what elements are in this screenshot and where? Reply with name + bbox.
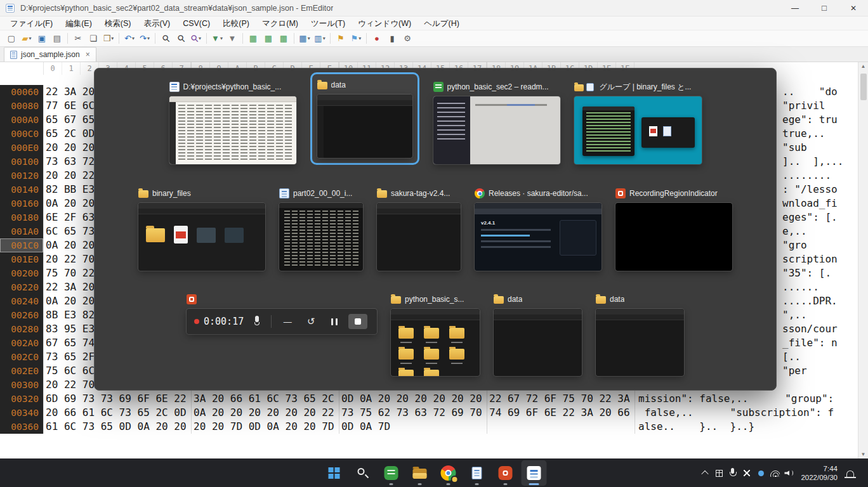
window-thumbnail[interactable] bbox=[138, 203, 265, 271]
task-switcher-item[interactable]: binary_files bbox=[138, 186, 265, 271]
play-macro-icon[interactable]: ▮ bbox=[385, 32, 399, 46]
menu-item[interactable]: ファイル(F) bbox=[4, 16, 59, 30]
volume-icon[interactable] bbox=[782, 463, 796, 483]
taskbar-clock[interactable]: 7:44 2022/09/30 bbox=[801, 464, 838, 482]
hex-bytes[interactable]: 3A 20 66 61 6C 73 65 2C bbox=[191, 392, 339, 406]
task-switcher-item[interactable]: data bbox=[494, 292, 582, 376]
vertical-scrollbar[interactable] bbox=[858, 62, 868, 458]
menu-item[interactable]: ウィンドウ(W) bbox=[352, 16, 418, 30]
task-switcher-item[interactable]: python_basic_sec2 – readm... bbox=[433, 80, 560, 164]
window-thumbnail[interactable] bbox=[377, 203, 461, 271]
menu-item[interactable]: ヘルプ(H) bbox=[418, 16, 466, 30]
hex-text-column[interactable]: false,.. "subscription": f bbox=[635, 406, 868, 420]
task-switcher-item[interactable]: 0:00:17 bbox=[187, 292, 377, 334]
task-switcher-item[interactable]: python_basic_s... bbox=[391, 292, 480, 376]
undo-icon[interactable]: ↶ bbox=[122, 32, 136, 46]
window-thumbnail[interactable] bbox=[391, 309, 480, 376]
task-switcher-item[interactable]: data bbox=[310, 72, 419, 165]
hex-bytes[interactable]: 6D 69 73 73 69 6F 6E 22 bbox=[43, 392, 191, 406]
heading-icon[interactable]: ▥ bbox=[313, 32, 327, 46]
redo-icon[interactable]: ↷ bbox=[138, 32, 152, 46]
mic-icon[interactable] bbox=[726, 463, 740, 483]
task-switcher-item[interactable]: data bbox=[596, 292, 684, 376]
minimize-recording-button[interactable] bbox=[278, 314, 297, 329]
status-dot-icon[interactable] bbox=[754, 463, 768, 483]
advanced-filter-icon[interactable]: ▼ bbox=[225, 32, 239, 46]
menu-item[interactable]: CSV(C) bbox=[176, 16, 216, 30]
mic-icon[interactable] bbox=[249, 315, 265, 328]
window-thumbnail[interactable] bbox=[317, 94, 412, 158]
grid-icon[interactable] bbox=[712, 463, 726, 483]
tab-json-sample[interactable]: json_sample.json × bbox=[4, 47, 96, 62]
paste-icon[interactable]: ❒ bbox=[102, 32, 115, 46]
hex-bytes[interactable]: 0D 0A 20 20 20 20 20 20 bbox=[339, 392, 487, 406]
cell-mode-icon[interactable]: ▦ bbox=[298, 32, 312, 46]
hex-text-column[interactable]: mission": false,.. "group": bbox=[635, 392, 868, 406]
scrollbar-thumb[interactable] bbox=[860, 74, 867, 100]
replace-icon[interactable]: ⚲ bbox=[189, 32, 203, 46]
menu-item[interactable]: 比較(P) bbox=[216, 16, 256, 30]
menu-item[interactable]: マクロ(M) bbox=[256, 16, 305, 30]
window-thumbnail[interactable]: 0:00:17 bbox=[187, 309, 377, 334]
menu-item[interactable]: ツール(T) bbox=[305, 16, 352, 30]
copy-icon[interactable]: ❏ bbox=[86, 32, 100, 46]
recorder-button[interactable] bbox=[493, 460, 518, 486]
window-thumbnail[interactable] bbox=[615, 203, 732, 271]
new-file-icon[interactable]: ▢ bbox=[4, 32, 18, 46]
hex-bytes[interactable]: 0D 0A 7D bbox=[339, 420, 487, 434]
find-in-files-icon[interactable]: ⚲ bbox=[174, 32, 188, 46]
window-thumbnail[interactable] bbox=[279, 203, 363, 271]
task-switcher-item[interactable]: D:¥projects¥python_basic_... bbox=[169, 80, 296, 164]
task-switcher-item[interactable]: Releases · sakura-editor/sa...v2.4.1 bbox=[475, 186, 602, 271]
filter-icon[interactable]: ▼ bbox=[210, 32, 224, 46]
start-button[interactable] bbox=[322, 460, 347, 486]
cut-icon[interactable]: ✂ bbox=[71, 32, 85, 46]
csv-comma-icon[interactable]: ▦ bbox=[261, 32, 275, 46]
menu-item[interactable]: 編集(E) bbox=[59, 16, 98, 30]
task-switcher-item[interactable]: part02_00_00_i... bbox=[279, 186, 363, 271]
menu-item[interactable]: 表示(V) bbox=[137, 16, 176, 30]
marker-yellow-icon[interactable]: ⚑ bbox=[334, 32, 348, 46]
csv-standard-icon[interactable]: ▦ bbox=[246, 32, 260, 46]
pause-recording-button[interactable] bbox=[325, 314, 344, 329]
task-switcher-item[interactable]: sakura-tag-v2.4... bbox=[377, 186, 461, 271]
document-app-button[interactable] bbox=[464, 460, 490, 486]
print-icon[interactable]: ▤ bbox=[50, 32, 64, 46]
notification-bell-icon[interactable] bbox=[843, 463, 858, 483]
chevron-up-icon[interactable] bbox=[698, 463, 712, 483]
find-icon[interactable]: ⚲ bbox=[159, 32, 173, 46]
hex-bytes[interactable]: 20 20 7D 0D 0A 20 20 7D bbox=[191, 420, 339, 434]
explorer-button[interactable] bbox=[407, 460, 433, 486]
hex-bytes[interactable] bbox=[487, 420, 635, 434]
wifi-icon[interactable] bbox=[768, 463, 782, 483]
csv-tab-icon[interactable]: ▦ bbox=[277, 32, 291, 46]
window-thumbnail[interactable] bbox=[433, 96, 560, 164]
window-thumbnail[interactable] bbox=[596, 309, 684, 376]
task-switcher-item[interactable]: RecordingRegionIndicator bbox=[615, 186, 732, 271]
hex-bytes[interactable]: 20 66 61 6C 73 65 2C 0D bbox=[43, 406, 191, 420]
stop-recording-button[interactable] bbox=[348, 314, 367, 329]
save-icon[interactable]: ▣ bbox=[35, 32, 49, 46]
hex-bytes[interactable]: 22 67 72 6F 75 70 22 3A bbox=[487, 392, 635, 406]
record-macro-icon[interactable]: ● bbox=[370, 32, 384, 46]
search-button[interactable] bbox=[350, 460, 376, 486]
open-file-icon[interactable]: ▰ bbox=[20, 32, 34, 46]
hex-bytes[interactable]: 73 75 62 73 63 72 69 70 bbox=[339, 406, 487, 420]
menu-item[interactable]: 検索(S) bbox=[98, 16, 138, 30]
hex-bytes[interactable]: 61 6C 73 65 0D 0A 20 20 bbox=[43, 420, 191, 434]
macro-tools-icon[interactable]: ⚙ bbox=[400, 32, 414, 46]
window-thumbnail[interactable]: v2.4.1 bbox=[475, 203, 602, 271]
chrome-button[interactable] bbox=[436, 460, 461, 486]
window-thumbnail[interactable] bbox=[169, 96, 296, 164]
green-editor-button[interactable] bbox=[379, 460, 404, 486]
restart-recording-button[interactable] bbox=[301, 314, 320, 329]
window-thumbnail[interactable] bbox=[494, 309, 582, 376]
marker-blue-icon[interactable]: ⚑ bbox=[349, 32, 363, 46]
emeditor-button[interactable] bbox=[522, 460, 547, 486]
task-switcher-item[interactable]: グループ | binary_files と... bbox=[574, 80, 702, 164]
hex-text-column[interactable]: alse.. }.. }..} bbox=[635, 420, 868, 434]
hex-bytes[interactable]: 0A 20 20 20 20 20 20 22 bbox=[191, 406, 339, 420]
close-icon[interactable] bbox=[740, 463, 754, 483]
hex-bytes[interactable]: 74 69 6F 6E 22 3A 20 66 bbox=[487, 406, 635, 420]
tab-close-button[interactable]: × bbox=[86, 50, 90, 59]
